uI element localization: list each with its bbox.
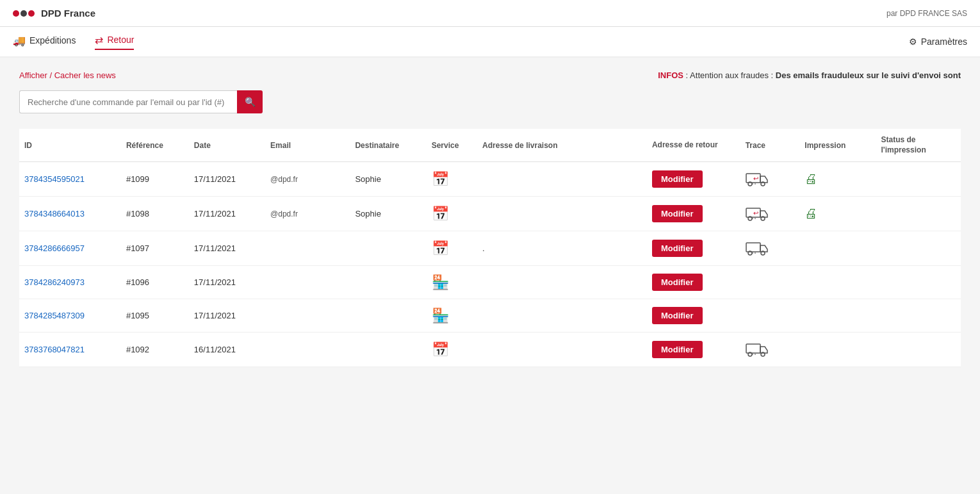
row-status-impression	[876, 266, 961, 299]
row-destinataire	[350, 231, 426, 266]
row-impression	[799, 299, 876, 333]
row-reference: #1096	[121, 266, 189, 299]
th-impression: Impression	[799, 129, 876, 162]
printer-icon[interactable]: 🖨	[804, 172, 817, 186]
row-service: 🏪	[427, 299, 477, 333]
th-reference: Référence	[121, 129, 189, 162]
row-impression: 🖨	[799, 197, 876, 231]
nav-parametres[interactable]: ⚙ Paramètres	[909, 37, 967, 47]
row-destinataire: Sophie	[350, 197, 426, 231]
news-bar: Afficher / Cacher les news INFOS : Atten…	[19, 70, 961, 80]
info-text: : Attention aux fraudes :	[686, 70, 776, 80]
info-bold-text: Des emails frauduleux sur le suivi d'env…	[776, 70, 961, 80]
row-adresse-livraison	[477, 197, 647, 231]
row-id-link[interactable]: 3784354595021	[24, 174, 85, 184]
th-adresse-retour: Adresse de retour	[647, 129, 740, 162]
truck-nav-icon: 🚚	[13, 35, 26, 47]
gear-icon: ⚙	[909, 37, 917, 47]
truck-trace-icon	[746, 340, 769, 357]
row-trace	[740, 333, 800, 367]
table-row: 3784354595021#109917/11/2021@dpd.frSophi…	[19, 162, 961, 197]
row-trace: ↩	[740, 162, 800, 197]
th-id: ID	[19, 129, 121, 162]
printer-icon[interactable]: 🖨	[804, 206, 817, 220]
row-email: @dpd.fr	[265, 162, 350, 197]
main-content: Afficher / Cacher les news INFOS : Atten…	[0, 58, 980, 494]
search-input[interactable]	[19, 90, 237, 113]
row-trace	[740, 299, 800, 333]
row-adresse-retour: Modifier	[647, 333, 740, 367]
modifier-button[interactable]: Modifier	[652, 274, 703, 291]
brand-name: DPD France	[41, 8, 95, 19]
row-email	[265, 231, 350, 266]
row-status-impression	[876, 197, 961, 231]
row-id-link[interactable]: 3784286240973	[24, 277, 85, 287]
nav-retour-label: Retour	[107, 35, 134, 45]
row-adresse-retour: Modifier	[647, 266, 740, 299]
row-date: 16/11/2021	[189, 333, 265, 367]
row-date: 17/11/2021	[189, 231, 265, 266]
row-adresse-livraison	[477, 333, 647, 367]
nav-bar: 🚚 Expéditions ⇄ Retour ⚙ Paramètres	[0, 27, 980, 58]
modifier-button[interactable]: Modifier	[652, 341, 703, 358]
table-row: 3784348664013#109817/11/2021@dpd.frSophi…	[19, 197, 961, 231]
row-id-link[interactable]: 3784285487309	[24, 311, 85, 320]
dpd-logo	[13, 6, 36, 21]
nav-expeditions-label: Expéditions	[29, 35, 76, 45]
info-bar: INFOS : Attention aux fraudes : Des emai…	[658, 70, 961, 80]
th-date: Date	[189, 129, 265, 162]
info-label: INFOS	[658, 70, 683, 80]
th-status-impression: Status de l'impression	[876, 129, 961, 162]
row-email: @dpd.fr	[265, 197, 350, 231]
row-adresse-livraison	[477, 162, 647, 197]
row-email	[265, 266, 350, 299]
row-id-link[interactable]: 3784286666957	[24, 243, 85, 253]
nav-left: 🚚 Expéditions ⇄ Retour	[13, 34, 134, 50]
row-date: 17/11/2021	[189, 299, 265, 333]
table-header-row: ID Référence Date Email Destinataire Ser…	[19, 129, 961, 162]
svg-text:↩: ↩	[753, 210, 758, 217]
row-id-link[interactable]: 3784348664013	[24, 209, 85, 218]
calendar-service-icon: 📅	[432, 342, 449, 358]
row-service: 📅	[427, 333, 477, 367]
tagline: par DPD FRANCE SAS	[886, 9, 967, 18]
svg-rect-11	[746, 344, 760, 353]
row-adresse-livraison: .	[477, 231, 647, 266]
table-row: 3784285487309#109517/11/2021🏪Modifier	[19, 299, 961, 333]
expeditions-table: ID Référence Date Email Destinataire Ser…	[19, 129, 961, 367]
th-adresse-livraison: Adresse de livraison	[477, 129, 647, 162]
table-row: 3784286666957#109717/11/2021📅.Modifier	[19, 231, 961, 266]
search-button[interactable]: 🔍	[237, 90, 263, 113]
modifier-button[interactable]: Modifier	[652, 307, 703, 324]
nav-expeditions[interactable]: 🚚 Expéditions	[13, 35, 76, 49]
row-status-impression	[876, 333, 961, 367]
row-destinataire	[350, 333, 426, 367]
modifier-button[interactable]: Modifier	[652, 240, 703, 257]
nav-retour[interactable]: ⇄ Retour	[95, 34, 134, 50]
row-status-impression	[876, 299, 961, 333]
row-id-link[interactable]: 3783768047821	[24, 345, 85, 354]
nav-parametres-label: Paramètres	[921, 37, 967, 47]
brand-area: DPD France	[13, 6, 95, 21]
truck-trace-icon	[746, 239, 769, 256]
row-date: 17/11/2021	[189, 266, 265, 299]
modifier-button[interactable]: Modifier	[652, 205, 703, 222]
row-reference: #1095	[121, 299, 189, 333]
th-trace: Trace	[740, 129, 800, 162]
row-service: 📅	[427, 162, 477, 197]
row-impression	[799, 266, 876, 299]
calendar-service-icon: 📅	[432, 171, 449, 187]
table-row: 3784286240973#109617/11/2021🏪Modifier	[19, 266, 961, 299]
modifier-button[interactable]: Modifier	[652, 170, 703, 188]
row-date: 17/11/2021	[189, 197, 265, 231]
news-toggle-link[interactable]: Afficher / Cacher les news	[19, 70, 116, 80]
row-date: 17/11/2021	[189, 162, 265, 197]
svg-rect-8	[746, 243, 760, 252]
truck-trace-icon: ↩	[746, 204, 769, 221]
row-destinataire	[350, 299, 426, 333]
row-service: 📅	[427, 231, 477, 266]
row-email	[265, 299, 350, 333]
table-row: 3783768047821#109216/11/2021📅Modifier	[19, 333, 961, 367]
row-trace	[740, 266, 800, 299]
row-destinataire	[350, 266, 426, 299]
